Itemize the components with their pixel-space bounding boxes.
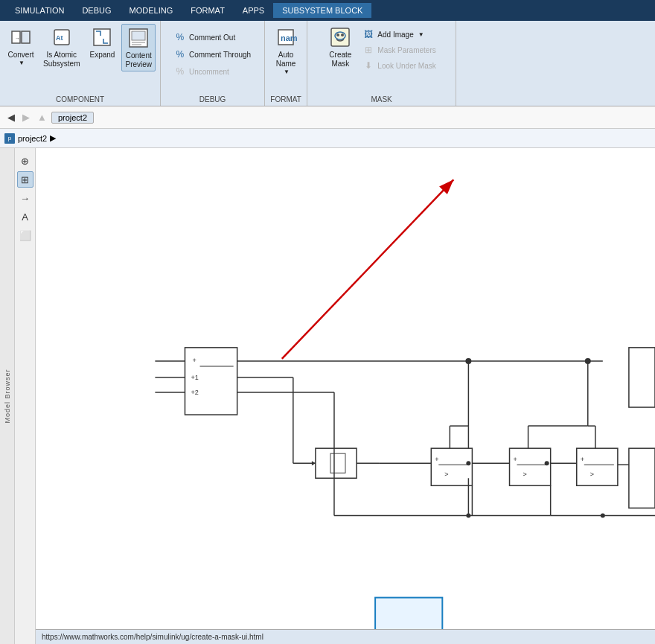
atomic-icon: At: [50, 25, 74, 49]
expand-button[interactable]: Expand: [86, 24, 118, 61]
atomic-button[interactable]: At Is AtomicSubsystem: [40, 24, 83, 70]
mask-parameters-label: Mask Parameters: [377, 46, 435, 54]
debug-buttons: % Comment Out % Comment Through % Uncomm…: [171, 30, 254, 94]
svg-point-44: [545, 461, 549, 465]
comment-out-icon: %: [174, 31, 186, 43]
convert-button[interactable]: → Convert ▼: [4, 24, 37, 68]
svg-rect-7: [132, 31, 145, 40]
add-image-arrow: ▼: [418, 31, 424, 38]
up-button[interactable]: ▲: [34, 110, 50, 124]
svg-point-14: [336, 34, 339, 36]
menu-apps[interactable]: APPS: [234, 3, 273, 18]
menu-modeling[interactable]: MODELING: [121, 3, 182, 18]
ribbon-group-component: → Convert ▼ At Is AtomicSubsystem: [0, 21, 161, 106]
compare-block1[interactable]: [431, 448, 472, 485]
look-under-mask-label: Look Under Mask: [377, 62, 435, 70]
auto-name-icon: name: [274, 25, 298, 49]
breadcrumb-bar: p project2 ▶: [0, 129, 655, 148]
svg-text:At: At: [56, 34, 63, 42]
svg-text:name: name: [281, 34, 298, 42]
mask-small-buttons: 🖼 Add Image ▼ ⊞ Mask Parameters ⬇ Look U…: [360, 27, 438, 73]
tab-project2[interactable]: project2: [51, 112, 94, 124]
annotation-arrow: [282, 179, 454, 359]
add-image-button[interactable]: 🖼 Add Image ▼: [360, 27, 438, 42]
atomic-label: Is AtomicSubsystem: [43, 51, 80, 68]
left-sidebar: Model Browser: [0, 148, 15, 644]
menu-debug[interactable]: DEBUG: [73, 3, 120, 18]
convert-arrow: ▼: [19, 60, 25, 66]
mask-buttons: CreateMask 🖼 Add Image ▼ ⊞ Mask Paramete…: [324, 24, 438, 94]
svg-point-15: [341, 34, 344, 36]
component-buttons: → Convert ▼ At Is AtomicSubsystem: [4, 24, 156, 94]
convert-label: Convert: [7, 51, 33, 60]
expand-icon: [90, 25, 114, 49]
menu-simulation[interactable]: SIMULATION: [6, 3, 73, 18]
text-button[interactable]: A: [17, 208, 33, 225]
breadcrumb-arrow: ▶: [50, 133, 56, 143]
svg-text:>: >: [590, 471, 594, 478]
svg-rect-1: [22, 31, 30, 43]
svg-text:+: +: [435, 456, 438, 463]
uncomment-button[interactable]: % Uncomment: [171, 64, 254, 79]
svg-text:+: +: [193, 357, 196, 364]
auto-name-button[interactable]: name AutoName ▼: [269, 24, 302, 77]
fit-button[interactable]: ⊞: [17, 171, 33, 188]
breadcrumb-project[interactable]: project2: [18, 134, 47, 143]
comment-through-button[interactable]: % Comment Through: [171, 47, 254, 62]
ribbon: → Convert ▼ At Is AtomicSubsystem: [0, 21, 655, 106]
add-image-label: Add Image: [377, 31, 413, 39]
content-preview-button[interactable]: ContentPreview: [121, 24, 156, 71]
box-button[interactable]: ⬜: [17, 227, 33, 243]
comment-through-label: Comment Through: [189, 51, 251, 59]
svg-text:→: →: [15, 36, 20, 41]
uncomment-label: Uncomment: [189, 68, 229, 76]
expand-label: Expand: [90, 51, 115, 60]
svg-text:+2: +2: [191, 389, 199, 396]
zoom-in-button[interactable]: ⊕: [17, 153, 33, 169]
status-bar: https://www.mathworks.com/help/simulink/…: [36, 629, 655, 644]
right-block1[interactable]: [629, 348, 655, 407]
content-preview-icon: [127, 26, 150, 50]
diagram-toolbar: ⊕ ⊞ → A ⬜: [15, 148, 36, 644]
toolbar: ◀ ▶ ▲ project2: [0, 106, 655, 129]
mask-parameters-icon: ⊞: [362, 44, 374, 56]
menu-format[interactable]: FORMAT: [182, 3, 234, 18]
svg-text:+: +: [581, 456, 584, 463]
mask-group-label: MASK: [312, 94, 451, 106]
back-button[interactable]: ◀: [4, 110, 18, 124]
add-image-icon: 🖼: [362, 28, 374, 40]
status-text: https://www.mathworks.com/help/simulink/…: [42, 633, 263, 641]
uncomment-icon: %: [174, 66, 186, 77]
compare-block2[interactable]: [510, 448, 551, 485]
mask-parameters-button[interactable]: ⊞ Mask Parameters: [360, 42, 438, 57]
svg-text:>: >: [444, 471, 448, 478]
ribbon-group-mask: CreateMask 🖼 Add Image ▼ ⊞ Mask Paramete…: [307, 21, 456, 106]
convert-icon: →: [9, 25, 33, 49]
menu-bar: SIMULATION DEBUG MODELING FORMAT APPS SU…: [0, 0, 655, 21]
comment-out-button[interactable]: % Comment Out: [171, 30, 254, 45]
comment-out-label: Comment Out: [189, 34, 235, 42]
main-area: Model Browser ⊕ ⊞ → A ⬜ + +1 +2: [0, 148, 655, 644]
right-block2[interactable]: [629, 448, 655, 508]
ribbon-group-format: name AutoName ▼ FORMAT: [265, 21, 307, 106]
menu-subsystem-block[interactable]: SUBSYSTEM BLOCK: [273, 3, 371, 18]
format-buttons: name AutoName ▼: [269, 24, 302, 94]
format-group-label: FORMAT: [269, 94, 302, 106]
forward-button[interactable]: ▶: [19, 110, 33, 124]
component-group-label: COMPONENT: [4, 94, 156, 106]
create-mask-button[interactable]: CreateMask: [324, 24, 357, 70]
svg-text:+1: +1: [191, 374, 199, 381]
canvas-svg: + +1 +2: [36, 148, 655, 644]
create-mask-icon: [328, 25, 352, 49]
canvas-area: + +1 +2: [36, 148, 655, 644]
svg-rect-29: [330, 453, 345, 473]
select-button[interactable]: →: [17, 190, 33, 206]
svg-text:>: >: [523, 471, 527, 478]
svg-text:+: +: [514, 456, 517, 463]
look-under-mask-button[interactable]: ⬇ Look Under Mask: [360, 58, 438, 73]
svg-point-38: [466, 461, 470, 465]
comment-through-icon: %: [174, 48, 186, 60]
auto-name-arrow: ▼: [284, 68, 290, 75]
ribbon-group-debug: % Comment Out % Comment Through % Uncomm…: [161, 21, 265, 106]
compare-block3[interactable]: [577, 448, 618, 485]
